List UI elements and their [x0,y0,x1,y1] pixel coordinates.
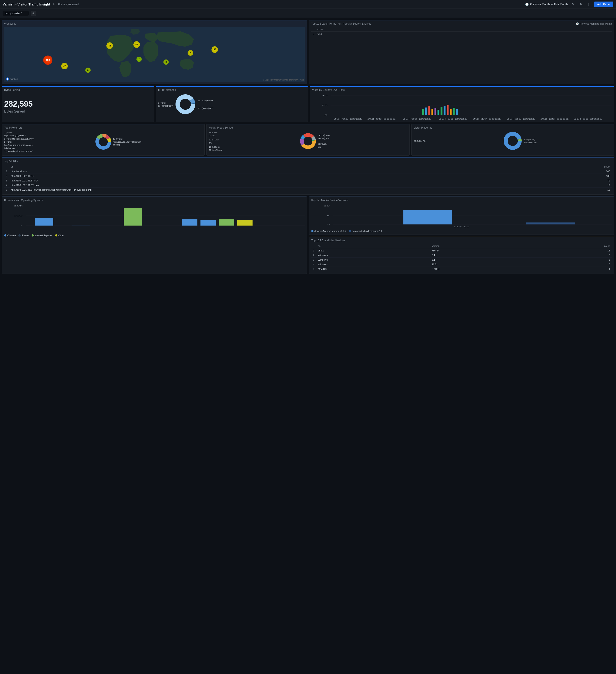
svg-rect-16 [435,108,436,115]
url-row-5: 5 http://103.102.131.67:80/vendor/phpuni… [4,187,612,192]
pc-row-3: 3 Windows 5.1 3 [311,257,612,262]
url-num-3: 3 [4,178,9,183]
referrers-title: Top 5 Referrers [4,126,202,129]
pc-version-header: version [430,244,531,248]
svg-text:Jul 17 2021: Jul 17 2021 [472,118,501,120]
bytes-label: Bytes Served [4,109,25,113]
browsers-legend: Chrome Firefox Internet Explorer Other [4,234,305,237]
url-uri-3: http://103.102.131.67:80/ [9,178,551,183]
svg-rect-59 [201,220,216,226]
media-labels-right: 1 (0.7%) mwsl 2 (1.3%) json 62 (40.5%) p… [318,134,407,148]
bottom-row: Browsers and Operating Systems 10k 100 1 [2,196,614,274]
svg-point-48 [508,136,518,146]
pc-count-2: 5 [531,253,612,257]
edit-icon[interactable]: ✎ [53,3,55,6]
urls-uri-header: uri [9,164,551,169]
svg-rect-17 [438,110,439,115]
urls-count-header: count [551,164,612,169]
add-filter-button[interactable]: + [31,11,36,16]
cluster-2: 2 [136,57,142,62]
svg-text:20: 20 [322,104,328,106]
svg-rect-12 [422,109,424,115]
pc-count-1: 15 [531,248,612,253]
mobile-devices-panel: Popular Mobile Device Versions 10 5 0 [309,196,614,235]
svg-text:Jul 29 2021: Jul 29 2021 [574,118,602,120]
pc-num-header [311,244,316,248]
url-row-1: 1 http://localhost/ 200 [4,169,612,174]
more-options-button[interactable]: ⋮ [586,2,591,7]
pc-mac-title: Top 10 PC and Mac Versions [311,239,612,242]
url-num-1: 1 [4,169,9,174]
app-header: Varnish - Visitor Traffic Insight ✎ All … [0,0,616,9]
count-col-header: count [318,28,323,30]
referrers-labels-right: 13 (59.1%) http://103.102.131.67:80/admi… [113,137,203,146]
clock-icon-2: 🕐 [576,22,579,25]
pc-os-2: Windows [316,253,430,257]
svg-rect-56 [72,225,90,226]
svg-text:Jul 01 2021: Jul 01 2021 [334,118,362,120]
legend-ie: Internet Explorer [32,234,52,237]
filter-button[interactable]: ⚗ [578,2,583,7]
http-methods-panel: HTTP Methods 1 (0.1%) 61 (8.6%) POST [156,86,308,122]
visits-title: Visits by Country Over Time [312,88,612,92]
time-range[interactable]: 🕐 Previous Month to This Month [525,3,568,6]
url-uri-5: http://103.102.131.67:80/vendor/phpunit/… [9,187,551,192]
svg-rect-57 [124,208,142,226]
pc-version-4: 10.0 [430,262,531,266]
browsers-chart: 10k 100 1 [4,204,305,233]
chrome-dot [4,234,6,236]
pc-version-1: x86_64 [430,248,531,253]
visits-chart: 40 20 0 Jul 01 2 [312,93,612,120]
pc-os-header: os [316,244,430,248]
svg-rect-19 [444,106,445,115]
firefox-dot [18,234,21,236]
visitor-platforms-panel: Vistor Platforms 26 (3.6%) PC 686 (96.2%… [411,124,614,155]
cluster-8b: 8 [85,68,91,73]
legend-android442: device=Android version=4.4.2 [311,230,346,232]
svg-rect-13 [425,108,427,115]
svg-rect-60 [219,219,234,226]
cluster-49: 49 [106,42,113,49]
mobile-title: Popular Mobile Device Versions [311,199,612,202]
right-bottom-col: Popular Mobile Device Versions 10 5 0 [309,196,614,274]
pc-num-4: 4 [311,262,316,266]
svg-rect-15 [432,109,433,115]
url-row-4: 4 http://103.102.131.67/.env 17 [4,183,612,187]
urls-table: uri count 1 http://localhost/ 200 2 http… [4,164,612,192]
referrers-panel: Top 5 Referrers 2 (9.1%) https://www.goo… [2,124,205,155]
svg-text:1: 1 [19,224,23,227]
filter-bar: + [0,9,616,18]
search-terms-panel: Top 10 Search Terms from Popular Search … [309,20,614,84]
url-count-1: 200 [551,169,612,174]
referrers-labels-left: 2 (9.1%) https://www.google.com/ 2 (9.1%… [4,131,94,153]
search-terms-time: 🕐 Previous Month to This Month [576,22,612,25]
svg-text:Jul 21 2021: Jul 21 2021 [507,118,535,120]
svg-text:100: 100 [13,215,23,217]
add-panel-button[interactable]: Add Panel [594,2,613,7]
cluster-8a: 8 [163,60,169,65]
search-terms-title: Top 10 Search Terms from Popular Search … [311,22,371,25]
platform-labels-left: 26 (3.6%) PC [414,140,501,143]
filter-input[interactable] [3,11,29,16]
refresh-button[interactable]: ↻ [570,2,576,7]
mobile-chart: 10 5 0 device [311,204,612,228]
url-count-4: 17 [551,183,612,187]
visits-country-panel: Visits by Country Over Time 40 20 0 [310,86,614,122]
svg-text:Jul 25 2021: Jul 25 2021 [540,118,569,120]
legend-other: Other [55,234,64,237]
browsers-panel: Browsers and Operating Systems 10k 100 1 [2,196,307,274]
search-count-1: 614 [318,32,322,35]
pc-version-2: 6.1 [430,253,531,257]
pc-row-4: 4 Windows 10.0 3 [311,262,612,266]
svg-text:5: 5 [327,215,330,217]
bytes-served-panel: Bytes Served 282,595 Bytes Served [2,86,154,122]
other-dot [55,234,57,236]
world-map-svg [4,27,305,82]
svg-point-45 [303,137,313,145]
android70-label: device=Android version=7.0 [352,230,382,232]
url-uri-4: http://103.102.131.67/.env [9,183,551,187]
svg-text:0: 0 [327,223,330,226]
svg-text:40: 40 [322,94,328,97]
http-labels-right: 19 (2.7%) HEAD 632 (88.6%) GET [198,99,214,110]
pc-os-4: Windows [316,262,430,266]
